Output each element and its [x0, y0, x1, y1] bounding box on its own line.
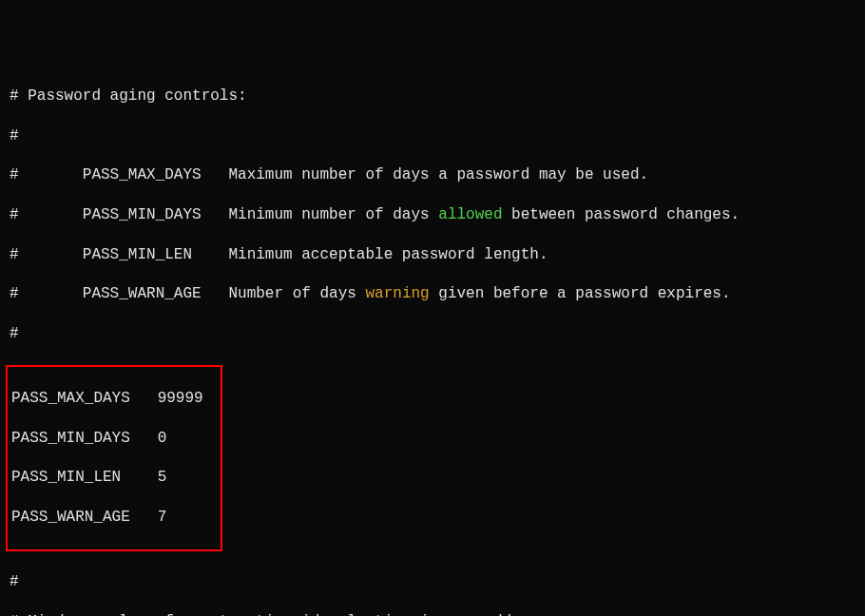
comment-hash: #: [10, 324, 855, 344]
desc-warn-post: given before a password expires.: [430, 285, 731, 302]
desc-min-post: between password changes.: [503, 206, 740, 223]
pass-min-days-line: PASS_MIN_DAYS 0: [11, 429, 203, 449]
desc-pass-warn-age: # PASS_WARN_AGE Number of days warning g…: [10, 284, 855, 304]
highlighted-block: PASS_MAX_DAYS 99999 PASS_MIN_DAYS 0 PASS…: [6, 365, 222, 550]
hl-allowed: allowed: [438, 206, 502, 223]
pass-warn-age-line: PASS_WARN_AGE 7: [11, 508, 203, 528]
comment-title: # Password aging controls:: [10, 87, 855, 106]
desc-pass-min-len: # PASS_MIN_LEN Minimum acceptable passwo…: [10, 245, 855, 265]
pass-max-days-line: PASS_MAX_DAYS 99999: [11, 389, 203, 409]
desc-min-pre: # PASS_MIN_DAYS Minimum number of days: [10, 206, 438, 223]
desc-pass-max-days: # PASS_MAX_DAYS Maximum number of days a…: [10, 165, 855, 185]
pass-min-len-line: PASS_MIN_LEN 5: [11, 468, 203, 488]
hl-warning: warning: [365, 285, 429, 302]
comment-hash: #: [10, 572, 855, 592]
desc-pass-min-days: # PASS_MIN_DAYS Minimum number of days a…: [10, 205, 855, 225]
desc-warn-pre: # PASS_WARN_AGE Number of days: [10, 285, 365, 302]
comment-hash: #: [10, 126, 855, 146]
uid-section-title: # Min/max values for automatic uid selec…: [10, 612, 855, 616]
